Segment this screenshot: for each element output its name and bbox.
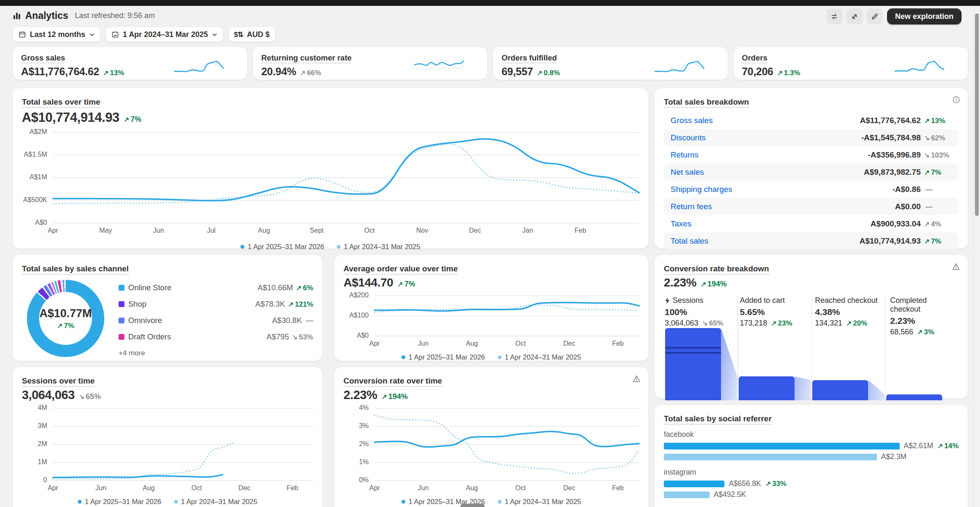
legend-label: 1 Apr 2025–31 Mar 2026 [409,353,485,361]
x-tick: Oct [515,340,526,347]
legend-item-previous[interactable]: 1 Apr 2024–31 Mar 2025 [498,498,581,506]
chevron-down-icon [89,32,95,37]
card-title[interactable]: Conversion rate breakdown [664,264,769,273]
date-range-label: 1 Apr 2024–31 Mar 2025 [123,30,208,39]
calendar-compare-icon [111,31,119,38]
more-channels-link[interactable]: +4 more [119,349,313,357]
kpi-title[interactable]: Returning customer rate [262,53,352,63]
x-tick: Jun [418,340,429,347]
currency-label: AUD $ [247,30,269,39]
kpi-title[interactable]: Gross sales [21,53,65,63]
legend-dot [498,355,502,359]
currency-filter[interactable]: $⇅ AUD $ [228,27,276,42]
conversion-breakdown-card: Conversion rate breakdown 2.23% ↗194% Se… [655,255,968,399]
y-tick: A$100 [349,312,369,319]
conversion-time-value: 2.23% [343,388,377,402]
card-title[interactable]: Total sales breakdown [664,97,749,107]
y-tick: 1M [38,458,47,466]
kpi-value: 69,557 [502,66,533,78]
currency-swap-icon: $⇅ [234,30,243,39]
scrollbar-track[interactable] [974,6,980,507]
x-tick: Dec [238,484,250,492]
calendar-icon [18,31,26,38]
line-series [53,144,639,204]
warning-icon[interactable] [632,375,641,385]
x-axis: AprJunAugOctDecFeb [375,339,639,349]
funnel-bar [739,376,795,400]
legend-item-shop[interactable]: ShopA$78.3K↗121% [119,296,313,312]
warning-icon[interactable] [952,263,960,273]
legend-item-previous[interactable]: 1 Apr 2024–31 Mar 2025 [337,243,420,251]
card-title[interactable]: Total sales by sales channel [22,264,129,273]
scrollbar-thumb[interactable] [975,13,979,216]
chevron-down-icon [212,32,217,37]
y-tick: 3M [38,422,47,430]
table-row: Net salesA$9,873,982.75↗7% [664,163,959,181]
card-title[interactable]: Sessions over time [22,376,95,386]
page-header: Analytics Last refreshed: 9:56 am [13,10,155,21]
legend-item-draft-orders[interactable]: Draft OrdersA$795↘53% [119,328,313,345]
y-tick: A$200 [349,292,369,299]
x-tick: Nov [416,227,428,234]
bar-previous [664,491,710,498]
x-tick: Aug [466,484,478,492]
new-exploration-button[interactable]: New exploration [887,8,962,24]
edit-button[interactable] [867,8,883,24]
x-tick: Dec [469,227,481,234]
x-tick: Feb [612,484,624,492]
legend-item-previous[interactable]: 1 Apr 2024–31 Mar 2025 [174,498,258,506]
kpi-row: Gross sales A$11,776,764.62 ↗13% Returni… [13,47,968,80]
conversion-value: 2.23% [664,276,696,289]
info-icon[interactable] [952,96,960,105]
table-row: Return feesA$0.00— [664,198,959,215]
legend-item-current[interactable]: 1 Apr 2025–31 Mar 2026 [240,243,324,251]
period-filter[interactable]: Last 12 months [13,27,100,42]
x-tick: May [99,227,112,234]
legend-label: 1 Apr 2024–31 Mar 2025 [505,498,581,506]
legend-dot [174,500,178,504]
y-tick: A$1M [29,173,47,181]
expand-button[interactable] [847,8,863,24]
card-title[interactable]: Total sales over time [22,97,100,107]
sparkline [174,58,224,73]
kpi-card-orders: Orders 70,206 ↗1.3% [734,47,968,80]
card-title[interactable]: Average order value over time [343,264,458,273]
conversion-time-delta: ↗194% [381,392,407,401]
sessions-value: 3,064,063 [22,388,74,402]
total-sales-breakdown-card: Total sales breakdown Gross salesA$11,77… [655,88,968,249]
kpi-title[interactable]: Orders fulfilled [502,53,557,63]
swatch [119,318,124,323]
total-sales-chart [53,132,639,223]
conversion-funnel: Sessions 100% 3,064,063↘65% Added to car… [664,296,959,400]
legend-item-omnivore[interactable]: OmnivoreA$30.8K— [119,312,313,328]
scroll-pill[interactable] [460,504,485,507]
channel-legend: Online StoreA$10.66M↗6% ShopA$78.3K↗121%… [119,279,313,357]
gridline [375,480,639,481]
card-title[interactable]: Total sales by social referrer [664,414,771,423]
y-axis: 4M3M2M1M0 [22,408,53,480]
x-tick: Jun [418,484,429,492]
last-refreshed: Last refreshed: 9:56 am [75,11,155,20]
swatch [119,285,124,291]
funnel-transition [795,328,811,400]
aov-value: A$144.70 [343,276,393,289]
legend-label: 1 Apr 2024–31 Mar 2025 [181,498,258,506]
legend-item-previous[interactable]: 1 Apr 2024–31 Mar 2025 [498,353,581,361]
date-range-filter[interactable]: 1 Apr 2024–31 Mar 2025 [106,27,223,42]
legend-item-online-store[interactable]: Online StoreA$10.66M↗6% [119,279,313,296]
kpi-value: A$11,776,764.62 [21,66,99,78]
sparkline [895,58,944,73]
funnel-bar [886,394,942,400]
gridline [375,336,639,336]
x-tick: Sept [310,227,324,234]
table-row: Discounts-A$1,545,784.98↘62% [664,129,959,146]
kpi-title[interactable]: Orders [742,53,768,63]
card-title[interactable]: Conversion rate over time [343,376,442,386]
legend-item-current[interactable]: 1 Apr 2025–31 Mar 2026 [78,498,161,506]
x-tick: Jun [153,227,164,234]
x-tick: Apr [370,340,380,347]
line-series [375,302,639,311]
refresh-button[interactable] [827,8,843,24]
header-actions: New exploration [827,8,962,24]
legend-item-current[interactable]: 1 Apr 2025–31 Mar 2026 [402,353,485,361]
